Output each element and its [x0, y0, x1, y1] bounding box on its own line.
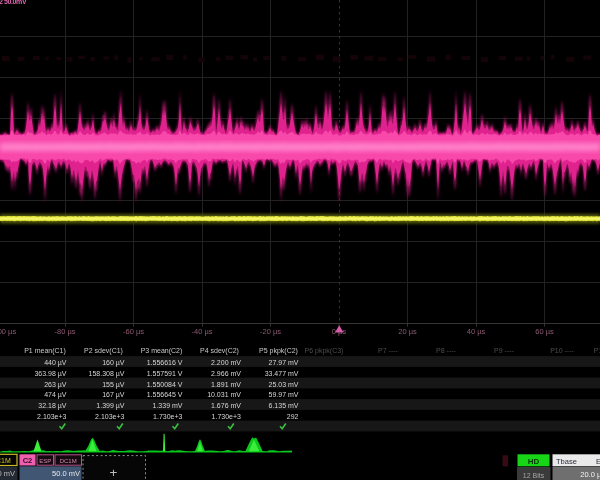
svg-text:DC1M: DC1M: [60, 458, 77, 464]
svg-text:P10 ----: P10 ----: [550, 347, 574, 354]
svg-text:10.031 mV: 10.031 mV: [207, 391, 241, 398]
svg-text:P8 ----: P8 ----: [436, 347, 457, 354]
svg-text:155 µV: 155 µV: [102, 381, 125, 389]
svg-text:HD: HD: [528, 457, 540, 466]
svg-text:1.676 mV: 1.676 mV: [211, 402, 241, 409]
svg-text:40 µs: 40 µs: [467, 327, 486, 336]
svg-text:-20 µs: -20 µs: [260, 327, 281, 336]
svg-text:2.103e+3: 2.103e+3: [37, 413, 66, 420]
svg-text:1.557591 V: 1.557591 V: [147, 370, 183, 377]
svg-text:1.399 µV: 1.399 µV: [96, 402, 124, 410]
svg-text:1.339 mV: 1.339 mV: [153, 402, 183, 409]
svg-text:P4 sdev(C2): P4 sdev(C2): [200, 347, 239, 355]
svg-text:1.730e+3: 1.730e+3: [212, 413, 241, 420]
svg-text:P7 ----: P7 ----: [378, 347, 399, 354]
svg-text:P2 sdev(C1): P2 sdev(C1): [84, 347, 123, 355]
svg-text:1.556616 V: 1.556616 V: [147, 359, 183, 366]
svg-text:2 50.0mV: 2 50.0mV: [0, 0, 27, 5]
svg-text:Tbase: Tbase: [556, 457, 577, 466]
svg-text:+: +: [110, 465, 118, 480]
svg-text:25.03 mV: 25.03 mV: [269, 381, 299, 388]
svg-text:1.730e+3: 1.730e+3: [153, 413, 182, 420]
svg-text:33.477 mV: 33.477 mV: [265, 370, 299, 377]
svg-text:27.97 mV: 27.97 mV: [269, 359, 299, 366]
svg-text:-60 µs: -60 µs: [123, 327, 144, 336]
svg-text:2.103e+3: 2.103e+3: [95, 413, 124, 420]
svg-text:ESP: ESP: [39, 458, 51, 464]
svg-text:-100 µs: -100 µs: [0, 327, 16, 336]
svg-text:263 µV: 263 µV: [44, 381, 67, 389]
svg-text:-40 µs: -40 µs: [192, 327, 213, 336]
svg-text:C2: C2: [23, 456, 33, 465]
svg-text:P3 mean(C2): P3 mean(C2): [141, 347, 183, 355]
svg-text:292: 292: [287, 413, 299, 420]
svg-text:158.308 µV: 158.308 µV: [89, 370, 125, 378]
svg-text:1.891 mV: 1.891 mV: [211, 381, 241, 388]
svg-text:0 mV: 0 mV: [0, 469, 15, 478]
svg-text:59.97 mV: 59.97 mV: [269, 391, 299, 398]
svg-text:20 µs: 20 µs: [398, 327, 417, 336]
svg-text:32.18 µV: 32.18 µV: [38, 402, 66, 410]
svg-text:P1 mean(C1): P1 mean(C1): [24, 347, 66, 355]
svg-text:6.135 mV: 6.135 mV: [269, 402, 299, 409]
svg-text:160 µV: 160 µV: [102, 359, 125, 367]
svg-text:20.0 µs: 20.0 µs: [580, 470, 600, 479]
svg-text:60 µs: 60 µs: [535, 327, 554, 336]
svg-text:12 Bits: 12 Bits: [523, 472, 545, 479]
svg-text:P1: P1: [594, 347, 600, 354]
svg-text:DC1M: DC1M: [0, 457, 11, 464]
svg-text:474 µV: 474 µV: [44, 391, 67, 399]
svg-text:E: E: [596, 457, 600, 466]
svg-text:2.966 mV: 2.966 mV: [211, 370, 241, 377]
svg-text:P6 pkpk(C3): P6 pkpk(C3): [305, 347, 344, 355]
svg-text:363.98 µV: 363.98 µV: [34, 370, 66, 378]
svg-text:1.550084 V: 1.550084 V: [147, 381, 183, 388]
svg-text:2.200 mV: 2.200 mV: [211, 359, 241, 366]
svg-text:440 µV: 440 µV: [44, 359, 67, 367]
svg-text:P9 ----: P9 ----: [494, 347, 515, 354]
svg-text:P5 pkpk(C2): P5 pkpk(C2): [259, 347, 298, 355]
svg-text:50.0 mV: 50.0 mV: [52, 469, 80, 478]
svg-text:167 µV: 167 µV: [102, 391, 125, 399]
svg-text:1.556645 V: 1.556645 V: [147, 391, 183, 398]
svg-text:-80 µs: -80 µs: [55, 327, 76, 336]
